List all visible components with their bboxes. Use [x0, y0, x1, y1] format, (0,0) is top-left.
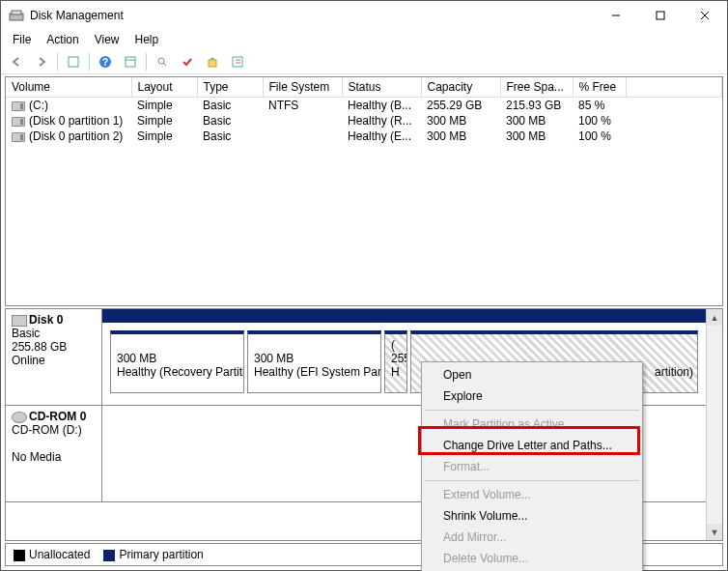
menu-format: Format...: [424, 456, 640, 477]
menu-action[interactable]: Action: [39, 31, 86, 48]
window-title: Disk Management: [30, 9, 594, 22]
svg-rect-14: [233, 57, 242, 67]
legend-unallocated-label: Unallocated: [29, 548, 90, 561]
col-pct[interactable]: % Free: [573, 77, 626, 98]
col-fs[interactable]: File System: [263, 77, 342, 98]
col-type[interactable]: Type: [197, 77, 263, 98]
disk-0-bar: [102, 309, 706, 323]
volume-header-row: Volume Layout Type File System Status Ca…: [6, 77, 722, 98]
menu-extend-volume: Extend Volume...: [424, 484, 640, 505]
menubar: File Action View Help: [1, 30, 727, 49]
menu-add-mirror: Add Mirror...: [424, 527, 640, 548]
col-layout[interactable]: Layout: [131, 77, 197, 98]
legend-unallocated-swatch: [14, 550, 25, 561]
menu-view[interactable]: View: [87, 31, 127, 48]
legend-primary-label: Primary partition: [119, 548, 203, 561]
volume-row[interactable]: (Disk 0 partition 1) SimpleBasic Healthy…: [6, 113, 722, 128]
cdrom-header[interactable]: CD-ROM 0 CD-ROM (D:) No Media: [6, 406, 102, 501]
volume-row[interactable]: (C:) SimpleBasic NTFSHealthy (B... 255.2…: [6, 98, 722, 114]
svg-text:?: ?: [102, 57, 108, 68]
partition-efi[interactable]: 300 MB Healthy (EFI System Partition): [247, 330, 381, 393]
legend-primary-swatch: [103, 550, 115, 561]
menu-delete-volume: Delete Volume...: [424, 548, 640, 569]
col-capacity[interactable]: Capacity: [421, 77, 500, 98]
toolbar-check-icon[interactable]: [176, 51, 199, 72]
scroll-up-icon[interactable]: ▲: [707, 309, 723, 326]
vertical-scrollbar[interactable]: ▲ ▼: [706, 309, 722, 540]
svg-line-12: [163, 63, 166, 66]
help-icon[interactable]: ?: [94, 51, 117, 72]
forward-button[interactable]: [30, 51, 53, 72]
svg-rect-1: [12, 11, 21, 14]
disk-icon: [12, 315, 27, 327]
menu-explore[interactable]: Explore: [424, 385, 640, 407]
toolbar-props-icon[interactable]: [226, 51, 249, 72]
back-button[interactable]: [5, 51, 28, 72]
drive-icon: [12, 132, 25, 142]
svg-rect-9: [126, 57, 135, 67]
menu-open[interactable]: Open: [424, 364, 640, 385]
col-volume[interactable]: Volume: [6, 77, 131, 98]
col-status[interactable]: Status: [342, 77, 421, 98]
svg-rect-3: [657, 12, 664, 19]
menu-change-drive-letter[interactable]: Change Drive Letter and Paths...: [424, 435, 640, 456]
cdrom-icon: [12, 412, 27, 423]
menu-file[interactable]: File: [5, 31, 39, 48]
toolbar: ?: [1, 49, 727, 74]
disk-0-header[interactable]: Disk 0 Basic 255.88 GB Online: [6, 309, 102, 405]
volume-row[interactable]: (Disk 0 partition 2) SimpleBasic Healthy…: [6, 128, 722, 144]
volume-list[interactable]: Volume Layout Type File System Status Ca…: [5, 76, 723, 306]
disk-management-window: Disk Management File Action View Help ?: [0, 0, 728, 571]
close-button[interactable]: [683, 1, 727, 30]
scroll-down-icon[interactable]: ▼: [707, 524, 723, 540]
menu-mark-active: Mark Partition as Active: [424, 414, 640, 435]
titlebar: Disk Management: [1, 1, 727, 30]
drive-icon: [12, 117, 25, 127]
minimize-button[interactable]: [594, 1, 638, 30]
toolbar-view-icon[interactable]: [62, 51, 85, 72]
svg-rect-13: [209, 60, 216, 67]
context-menu: Open Explore Mark Partition as Active Ch…: [421, 361, 643, 571]
partition-recovery[interactable]: 300 MB Healthy (Recovery Partition): [110, 330, 244, 393]
menu-shrink-volume[interactable]: Shrink Volume...: [424, 505, 640, 527]
menu-help[interactable]: Help: [127, 31, 167, 48]
partition-c-selected[interactable]: ( 255 H: [384, 330, 407, 393]
app-icon: [9, 8, 24, 23]
drive-icon: [12, 101, 25, 111]
toolbar-search-icon[interactable]: [151, 51, 174, 72]
svg-rect-6: [69, 57, 78, 67]
toolbar-up-icon[interactable]: [201, 51, 224, 72]
toolbar-list-icon[interactable]: [119, 51, 142, 72]
maximize-button[interactable]: [638, 1, 683, 30]
col-free[interactable]: Free Spa...: [500, 77, 573, 98]
